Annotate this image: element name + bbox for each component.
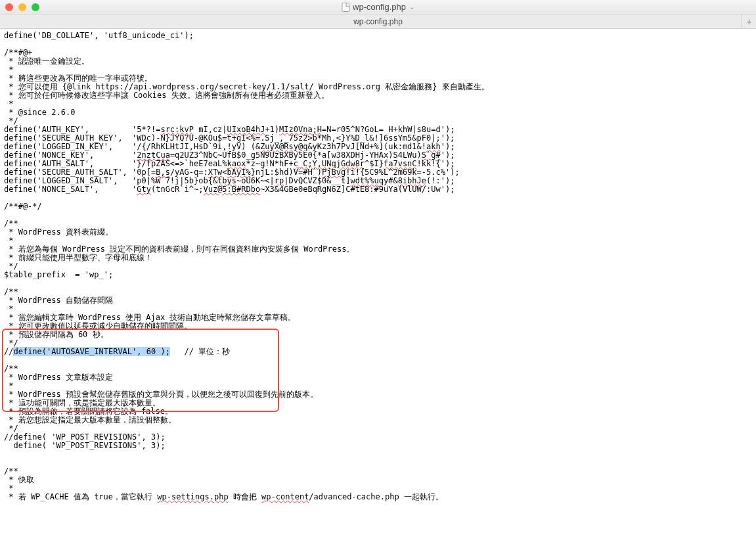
minimize-icon[interactable] <box>18 3 26 11</box>
chevron-down-icon[interactable]: ⌄ <box>409 3 414 11</box>
maximize-icon[interactable] <box>32 3 39 11</box>
add-tab-button[interactable]: + <box>742 14 756 29</box>
highlighted-code: define('AUTOSAVE_INTERVAL', 60 ); <box>13 347 169 356</box>
title-text: wp-config.php <box>353 2 406 12</box>
close-icon[interactable] <box>5 3 13 11</box>
document-icon <box>342 3 349 12</box>
window-title: wp-config.php ⌄ <box>342 2 414 12</box>
tab-wp-config[interactable]: wp-config.php <box>0 14 756 29</box>
tab-bar: wp-config.php + <box>0 14 756 29</box>
code-editor[interactable]: define('DB_COLLATE', 'utf8_unicode_ci');… <box>0 29 756 550</box>
window-controls <box>5 3 39 11</box>
window-titlebar: wp-config.php ⌄ <box>0 0 756 14</box>
